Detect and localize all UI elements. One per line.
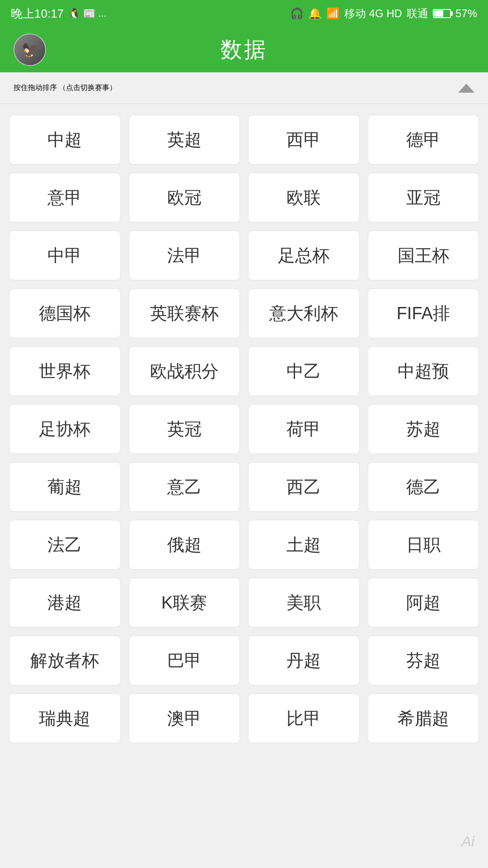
league-item[interactable]: 土超	[248, 520, 360, 570]
league-item[interactable]: 英超	[129, 115, 240, 165]
watermark: Ai	[462, 833, 474, 850]
league-item[interactable]: 巴甲	[129, 636, 240, 685]
league-item[interactable]: 亚冠	[368, 173, 479, 222]
league-item[interactable]: 比甲	[248, 693, 360, 743]
league-item-label: 葡超	[47, 476, 82, 499]
sort-hint-label: （点击切换赛事）	[59, 84, 117, 91]
league-item[interactable]: 意甲	[9, 173, 121, 222]
league-item[interactable]: 英联赛杯	[129, 288, 240, 338]
league-item[interactable]: 苏超	[368, 404, 479, 454]
league-item[interactable]: 中超预	[368, 346, 479, 396]
headphone-icon: 🎧	[290, 7, 304, 20]
sort-main-label: 按住拖动排序	[14, 84, 57, 91]
league-item[interactable]: 意大利杯	[248, 288, 360, 338]
league-item[interactable]: 港超	[9, 578, 121, 627]
league-item[interactable]: 荷甲	[248, 404, 360, 454]
league-item[interactable]: 日职	[368, 520, 479, 570]
league-item-label: 英冠	[167, 418, 202, 441]
league-item[interactable]: 瑞典超	[9, 693, 121, 743]
league-item-label: 港超	[47, 591, 82, 614]
wifi-icon: 📶	[326, 7, 340, 20]
league-item-label: 解放者杯	[30, 649, 99, 672]
league-item[interactable]: 世界杯	[9, 346, 121, 396]
mobile-signal: 移动 4G HD	[344, 6, 402, 21]
league-item[interactable]: 西甲	[248, 115, 360, 165]
league-item[interactable]: 足协杯	[9, 404, 121, 454]
league-item-label: 足总杯	[278, 244, 329, 267]
league-item-label: 足协杯	[39, 418, 90, 441]
league-item[interactable]: 德乙	[368, 462, 479, 512]
league-item-label: 法乙	[47, 533, 82, 557]
battery-percent: 57%	[455, 7, 477, 20]
league-item[interactable]: 德国杯	[9, 288, 121, 338]
collapse-icon[interactable]	[458, 84, 474, 93]
league-item[interactable]: 解放者杯	[9, 636, 121, 685]
league-item-label: 俄超	[167, 533, 202, 557]
league-item-label: 美职	[286, 591, 321, 614]
league-item-label: 苏超	[406, 418, 441, 441]
league-item-label: 希腊超	[398, 707, 449, 730]
league-item-label: 比甲	[286, 707, 321, 730]
league-item-label: 西甲	[286, 128, 321, 151]
league-item-label: K联赛	[161, 591, 207, 614]
league-item[interactable]: 希腊超	[368, 693, 479, 743]
league-item-label: 日职	[406, 533, 441, 557]
league-item[interactable]: 芬超	[368, 636, 479, 685]
league-item-label: 英超	[167, 128, 202, 151]
league-item-label: 国王杯	[398, 244, 449, 267]
league-item-label: 芬超	[406, 649, 441, 672]
league-item-label: 欧冠	[167, 186, 202, 209]
league-item-label: FIFA排	[397, 302, 450, 325]
status-bar: 晚上10:17 🐧 📰 ... 🎧 🔔 📶 移动 4G HD 联通 57%	[0, 0, 488, 27]
league-item-label: 意甲	[47, 186, 82, 209]
league-item[interactable]: 足总杯	[248, 231, 360, 280]
league-item[interactable]: 澳甲	[129, 693, 240, 743]
sort-bar[interactable]: 按住拖动排序 （点击切换赛事）	[0, 72, 488, 104]
league-grid: 中超英超西甲德甲意甲欧冠欧联亚冠中甲法甲足总杯国王杯德国杯英联赛杯意大利杯FIF…	[0, 104, 488, 754]
league-item[interactable]: 阿超	[368, 578, 479, 627]
league-item[interactable]: 西乙	[248, 462, 360, 512]
league-item-label: 法甲	[167, 244, 202, 267]
league-item-label: 中甲	[47, 244, 82, 267]
avatar-image: 🦅	[14, 34, 45, 65]
league-item[interactable]: K联赛	[129, 578, 240, 627]
league-item[interactable]: 法甲	[129, 231, 240, 280]
league-item[interactable]: 中乙	[248, 346, 360, 396]
league-item[interactable]: 欧战积分	[129, 346, 240, 396]
league-item[interactable]: 丹超	[248, 636, 360, 685]
league-item-label: 澳甲	[167, 707, 202, 730]
avatar[interactable]: 🦅	[14, 33, 46, 66]
league-item[interactable]: FIFA排	[368, 288, 479, 338]
league-item-label: 中乙	[286, 360, 321, 383]
app-header: 🦅 数据	[0, 27, 488, 72]
league-item[interactable]: 俄超	[129, 520, 240, 570]
league-item[interactable]: 葡超	[9, 462, 121, 512]
league-item[interactable]: 意乙	[129, 462, 240, 512]
league-item[interactable]: 国王杯	[368, 231, 479, 280]
league-item-label: 阿超	[406, 591, 441, 614]
league-item[interactable]: 英冠	[129, 404, 240, 454]
time-label: 晚上10:17	[11, 6, 64, 22]
league-item[interactable]: 法乙	[9, 520, 121, 570]
league-item-label: 西乙	[286, 476, 321, 499]
league-item[interactable]: 中超	[9, 115, 121, 165]
league-item[interactable]: 德甲	[368, 115, 479, 165]
sort-label-container: 按住拖动排序 （点击切换赛事）	[14, 83, 117, 93]
league-item[interactable]: 美职	[248, 578, 360, 627]
league-item-label: 荷甲	[286, 418, 321, 441]
league-item-label: 欧战积分	[150, 360, 219, 383]
league-item-label: 意大利杯	[269, 302, 338, 325]
league-item-label: 丹超	[286, 649, 321, 672]
league-item-label: 巴甲	[167, 649, 202, 672]
league-item[interactable]: 欧冠	[129, 173, 240, 222]
carrier2-label: 联通	[407, 6, 428, 21]
league-item[interactable]: 中甲	[9, 231, 121, 280]
league-item-label: 瑞典超	[39, 707, 90, 730]
page-title: 数据	[221, 35, 267, 64]
league-item-label: 亚冠	[406, 186, 441, 209]
status-time: 晚上10:17 🐧 📰 ...	[11, 6, 107, 22]
league-item-label: 中超预	[398, 360, 449, 383]
league-item-label: 欧联	[286, 186, 321, 209]
league-item-label: 中超	[47, 128, 82, 151]
league-item[interactable]: 欧联	[248, 173, 360, 222]
